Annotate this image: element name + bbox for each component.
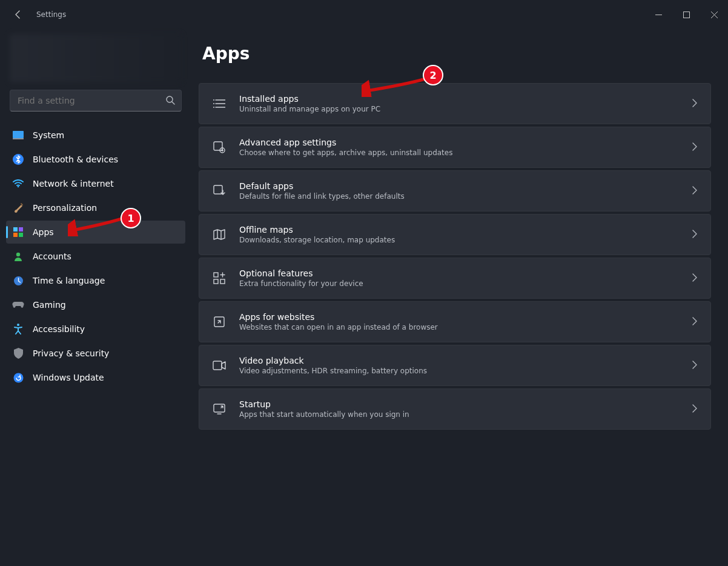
shield-icon xyxy=(12,347,24,359)
sidebar-item-label: Network & internet xyxy=(33,179,114,188)
svg-point-1 xyxy=(167,96,173,102)
chevron-right-icon xyxy=(692,230,697,240)
sidebar-item-label: Privacy & security xyxy=(33,348,109,358)
sidebar-item-label: Accessibility xyxy=(33,324,85,334)
card-offline-maps[interactable]: Offline maps Downloads, storage location… xyxy=(199,214,711,255)
svg-point-14 xyxy=(213,99,214,101)
sidebar-item-accessibility[interactable]: Accessibility xyxy=(6,318,185,341)
page-title: Apps xyxy=(202,44,711,64)
card-title: Startup xyxy=(239,399,679,409)
search-input[interactable] xyxy=(16,95,165,106)
card-title: Default apps xyxy=(239,181,679,191)
user-icon xyxy=(12,250,24,262)
search-box[interactable] xyxy=(10,90,182,112)
sidebar-item-windows-update[interactable]: Windows Update xyxy=(6,366,185,389)
card-title: Advanced app settings xyxy=(239,138,679,147)
card-title: Installed apps xyxy=(239,94,679,104)
svg-rect-24 xyxy=(213,361,222,370)
clock-icon xyxy=(12,275,24,287)
title-bar: Settings xyxy=(0,0,728,29)
settings-cards: Installed apps Uninstall and manage apps… xyxy=(199,83,711,430)
card-startup[interactable]: Startup Apps that start automatically wh… xyxy=(199,388,711,430)
svg-rect-20 xyxy=(214,273,218,277)
search-icon xyxy=(165,95,175,107)
card-video-playback[interactable]: Video playback Video adjustments, HDR st… xyxy=(199,345,711,386)
open-external-icon xyxy=(213,315,226,328)
sidebar-item-label: Windows Update xyxy=(33,373,104,382)
update-icon xyxy=(12,371,24,384)
card-subtitle: Uninstall and manage apps on your PC xyxy=(239,105,679,113)
card-subtitle: Extra functionality for your device xyxy=(239,279,679,288)
wifi-icon xyxy=(12,178,24,190)
account-card[interactable] xyxy=(10,34,182,82)
card-advanced-app-settings[interactable]: Advanced app settings Choose where to ge… xyxy=(199,127,711,168)
sidebar-item-label: Time & language xyxy=(33,276,105,285)
default-apps-icon xyxy=(213,184,226,198)
close-button[interactable] xyxy=(700,5,728,24)
svg-rect-17 xyxy=(214,142,222,150)
svg-rect-7 xyxy=(19,227,23,231)
card-title: Offline maps xyxy=(239,225,679,235)
svg-rect-3 xyxy=(13,138,24,139)
map-icon xyxy=(213,228,226,241)
sidebar-item-time-language[interactable]: Time & language xyxy=(6,269,185,292)
accessibility-icon xyxy=(12,323,24,335)
apps-icon xyxy=(12,226,24,238)
brush-icon xyxy=(12,202,24,214)
card-optional-features[interactable]: Optional features Extra functionality fo… xyxy=(199,258,711,299)
svg-point-16 xyxy=(213,107,214,108)
chevron-right-icon xyxy=(692,273,697,284)
sidebar-item-label: Gaming xyxy=(33,300,66,310)
svg-rect-8 xyxy=(13,233,18,237)
svg-point-10 xyxy=(16,253,20,256)
sidebar-item-gaming[interactable]: Gaming xyxy=(6,293,185,316)
startup-icon xyxy=(213,402,226,416)
sidebar-item-bluetooth[interactable]: Bluetooth & devices xyxy=(6,148,185,171)
sidebar-item-system[interactable]: System xyxy=(6,124,185,147)
sidebar-nav: System Bluetooth & devices Network & int… xyxy=(5,124,187,389)
chevron-right-icon xyxy=(692,186,697,196)
card-subtitle: Downloads, storage location, map updates xyxy=(239,236,679,244)
maximize-button[interactable] xyxy=(672,5,700,24)
svg-rect-2 xyxy=(13,131,24,138)
sidebar-item-accounts[interactable]: Accounts xyxy=(6,245,185,268)
grid-plus-icon xyxy=(213,271,226,285)
card-subtitle: Video adjustments, HDR streaming, batter… xyxy=(239,367,679,375)
sidebar: System Bluetooth & devices Network & int… xyxy=(0,29,191,566)
sidebar-item-network[interactable]: Network & internet xyxy=(6,172,185,195)
video-icon xyxy=(213,359,226,372)
card-title: Apps for websites xyxy=(239,312,679,322)
card-apps-for-websites[interactable]: Apps for websites Websites that can open… xyxy=(199,301,711,342)
chevron-right-icon xyxy=(692,404,697,415)
svg-rect-6 xyxy=(13,227,18,231)
minimize-button[interactable] xyxy=(644,5,672,24)
svg-point-13 xyxy=(13,373,23,382)
annotation-badge-1: 1 xyxy=(121,208,141,228)
window-title: Settings xyxy=(36,10,66,19)
svg-rect-9 xyxy=(19,233,23,237)
card-title: Video playback xyxy=(239,356,679,365)
sidebar-item-privacy[interactable]: Privacy & security xyxy=(6,342,185,365)
card-installed-apps[interactable]: Installed apps Uninstall and manage apps… xyxy=(199,83,711,124)
card-subtitle: Choose where to get apps, archive apps, … xyxy=(239,148,679,157)
sidebar-item-label: Personalization xyxy=(33,203,97,213)
sidebar-item-label: System xyxy=(33,130,64,140)
card-title: Optional features xyxy=(239,268,679,278)
card-default-apps[interactable]: Default apps Defaults for file and link … xyxy=(199,170,711,211)
back-button[interactable] xyxy=(12,8,24,21)
annotation-arrow-1 xyxy=(68,216,126,236)
annotation-arrow-2 xyxy=(362,76,428,97)
svg-point-12 xyxy=(17,324,19,326)
sidebar-item-label: Accounts xyxy=(33,251,71,261)
system-icon xyxy=(12,129,24,141)
svg-rect-21 xyxy=(214,279,218,284)
svg-rect-0 xyxy=(683,12,689,18)
sidebar-item-label: Bluetooth & devices xyxy=(33,155,118,164)
svg-point-15 xyxy=(213,103,214,104)
bluetooth-icon xyxy=(12,153,24,165)
chevron-right-icon xyxy=(692,361,697,371)
installed-apps-icon xyxy=(213,97,226,110)
svg-rect-22 xyxy=(220,279,225,284)
annotation-badge-2: 2 xyxy=(423,65,443,85)
card-subtitle: Websites that can open in an app instead… xyxy=(239,323,679,331)
